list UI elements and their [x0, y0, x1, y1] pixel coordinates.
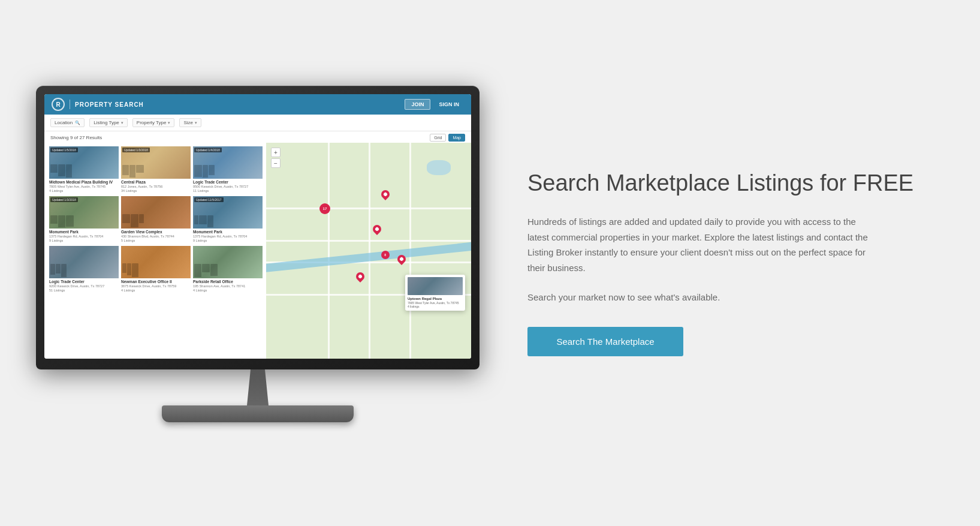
update-badge: Updated 1/3/2018 [122, 148, 150, 152]
content-body: Hundreds of listings are added and updat… [527, 214, 875, 275]
update-badge: Updated 1/5/2018 [50, 148, 78, 152]
popup-title: Uptown Regal Plaza [408, 297, 463, 300]
nav-logo-area: R PROPERTY SEARCH [52, 98, 144, 111]
property-card[interactable]: Updated 1/3/2018 Central Plaza 812 Jones… [121, 146, 191, 194]
property-image: Updated 1/3/2018 [49, 196, 119, 229]
monitor-neck [240, 369, 276, 405]
map-inner: 17 8 + − [266, 143, 471, 359]
property-info: Parkside Retail Office 195 Shannon Ave, … [193, 278, 263, 293]
property-image [193, 246, 263, 278]
logo-icon: R [52, 98, 65, 111]
join-button[interactable]: JOIN [405, 99, 430, 110]
content-section: Search Marketplace Listings for FREE Hun… [491, 134, 980, 392]
grid-toggle[interactable]: Grid [430, 134, 446, 142]
property-listings: 4 Listings [121, 288, 191, 292]
map-pin-1[interactable] [371, 223, 383, 235]
location-filter[interactable]: Location 🔍 [50, 118, 85, 127]
property-address: 7805 West Tyler Ave, Austin, Tx 78745 [49, 185, 119, 189]
property-card[interactable]: Parkside Retail Office 195 Shannon Ave, … [193, 246, 263, 293]
monitor-wrap: R PROPERTY SEARCH JOIN SIGN IN Location … [36, 86, 480, 428]
map-pin-17[interactable]: 17 [319, 203, 330, 214]
property-name: Monument Park [49, 230, 119, 235]
map-pin-8[interactable]: 8 [381, 251, 390, 259]
property-image: Updated 1/3/2018 [121, 146, 191, 179]
map-pin-2[interactable] [379, 188, 391, 200]
property-address: 812 Jones, Austin, Tx 78756 [121, 185, 191, 189]
property-image: Updated 1/4/2018 [193, 146, 263, 179]
property-name: Logic Trade Center [193, 180, 263, 185]
monitor-bezel: R PROPERTY SEARCH JOIN SIGN IN Location … [36, 86, 480, 369]
property-image: Updated 1/5/2018 [49, 146, 119, 179]
property-grid: Updated 1/5/2018 Midtown Medical Plaza B… [44, 143, 266, 359]
property-card[interactable]: Updated 1/4/2018 Logic Trade Center 9500… [193, 146, 263, 194]
monitor-screen: R PROPERTY SEARCH JOIN SIGN IN Location … [44, 94, 471, 359]
property-listings: 4 Listings [49, 189, 119, 193]
property-address: 3675 Keswick Drive, Austin, Tx 78759 [121, 284, 191, 288]
map-controls: + − [271, 148, 281, 168]
property-info: Newman Executive Office II 3675 Keswick … [121, 278, 191, 293]
property-address: 9200 Keswick Drive, Austin, Tx 78727 [49, 284, 119, 288]
update-badge: Updated 1/4/2018 [194, 148, 222, 152]
property-image [121, 196, 191, 229]
nav-divider [70, 100, 70, 109]
property-address: 195 Shannon Ave, Austin, Tx 78741 [193, 284, 263, 288]
property-info: Monument Park 1375 Hardegan Rd, Austin, … [49, 229, 119, 244]
map-popup: Uptown Regal Plaza 7665 West Tyler Ave, … [405, 275, 465, 311]
content-heading: Search Marketplace Listings for FREE [527, 170, 932, 197]
update-badge: Updated 11/5/2017 [194, 197, 224, 202]
filter-bar: Location 🔍 Listing Type Property Type Si… [44, 115, 471, 131]
size-filter[interactable]: Size [179, 118, 201, 127]
property-name: Parkside Retail Office [193, 279, 263, 284]
map-toggle[interactable]: Map [448, 134, 465, 142]
popup-image [408, 277, 463, 295]
search-icon: 🔍 [75, 121, 80, 125]
property-info: Midtown Medical Plaza Building IV 7805 W… [49, 179, 119, 194]
listing-type-filter[interactable]: Listing Type [89, 118, 128, 127]
property-card[interactable]: Logic Trade Center 9200 Keswick Drive, A… [49, 246, 119, 293]
property-info: Monument Park 1375 Hardegan Rd, Austin, … [193, 229, 263, 244]
map-area: 17 8 + − [266, 143, 471, 359]
property-card[interactable]: Garden View Complex 430 Shannon Blvd, Au… [121, 196, 191, 244]
property-name: Monument Park [193, 230, 263, 235]
map-pin-4[interactable] [355, 270, 367, 282]
property-image: Updated 11/5/2017 [193, 196, 263, 229]
property-listings: 9 Listings [193, 239, 263, 242]
property-info: Central Plaza 812 Jones, Austin, Tx 7875… [121, 179, 191, 194]
property-image [49, 246, 119, 278]
property-address: 430 Shannon Blvd, Austin, Tx 78744 [121, 235, 191, 239]
monitor-section: R PROPERTY SEARCH JOIN SIGN IN Location … [0, 62, 491, 464]
results-summary: Showing 9 of 27 Results [50, 135, 102, 140]
property-listings: 4 Listings [193, 288, 263, 292]
property-name: Central Plaza [121, 180, 191, 185]
screen-nav: R PROPERTY SEARCH JOIN SIGN IN [44, 94, 471, 115]
map-zoom-out[interactable]: − [271, 158, 281, 168]
property-image [121, 246, 191, 278]
property-listings: 5 Listings [121, 239, 191, 242]
property-info: Garden View Complex 430 Shannon Blvd, Au… [121, 229, 191, 244]
signin-button[interactable]: SIGN IN [434, 99, 464, 110]
property-info: Logic Trade Center 9200 Keswick Drive, A… [49, 278, 119, 293]
property-name: Midtown Medical Plaza Building IV [49, 180, 119, 185]
results-bar: Showing 9 of 27 Results Grid Map [44, 131, 471, 143]
property-name: Garden View Complex [121, 230, 191, 235]
map-zoom-in[interactable]: + [271, 148, 281, 157]
property-card[interactable]: Updated 1/5/2018 Midtown Medical Plaza B… [49, 146, 119, 194]
update-badge: Updated 1/3/2018 [50, 197, 78, 202]
property-name: Logic Trade Center [49, 279, 119, 284]
property-listings: 9 Listings [49, 239, 119, 242]
popup-listings: 4 listings [408, 305, 463, 308]
screen-body: Updated 1/5/2018 Midtown Medical Plaza B… [44, 143, 471, 359]
property-address: 1375 Hardegan Rd, Austin, Tx 78704 [49, 235, 119, 239]
property-name: Newman Executive Office II [121, 279, 191, 284]
property-address: 1375 Hardegan Rd, Austin, Tx 78704 [193, 235, 263, 239]
property-type-filter[interactable]: Property Type [132, 118, 175, 127]
property-card[interactable]: Newman Executive Office II 3675 Keswick … [121, 246, 191, 293]
property-card[interactable]: Updated 11/5/2017 Monument Park 1375 Har… [193, 196, 263, 244]
property-info: Logic Trade Center 9500 Keswick Drive, A… [193, 179, 263, 194]
property-listings: 11 Listings [193, 189, 263, 193]
search-marketplace-button[interactable]: Search The Marketplace [527, 327, 683, 356]
monitor-base [162, 405, 354, 422]
property-card[interactable]: Updated 1/3/2018 Monument Park 1375 Hard… [49, 196, 119, 244]
monitor-base-reflection [174, 423, 342, 428]
nav-buttons: JOIN SIGN IN [405, 99, 464, 110]
